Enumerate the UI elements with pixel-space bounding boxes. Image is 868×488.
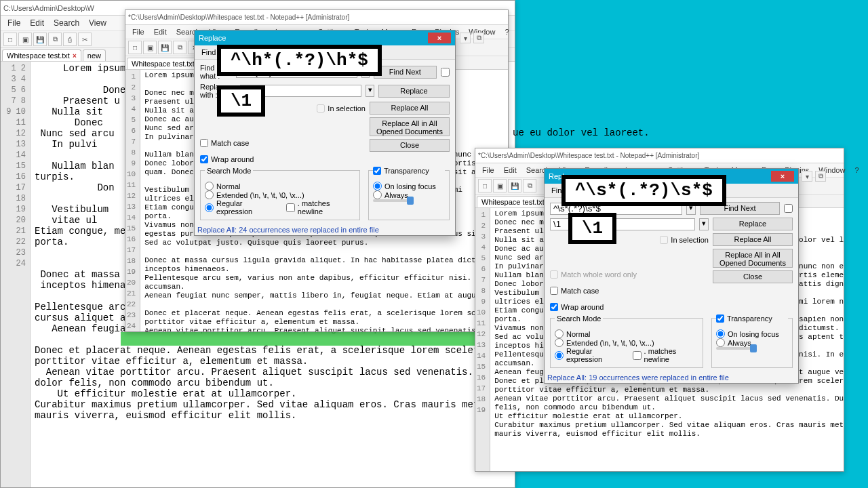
dialog-titlebar[interactable]: Replace × xyxy=(195,30,455,45)
radio-normal[interactable]: Normal xyxy=(555,329,698,338)
menu-?[interactable]: ? xyxy=(850,165,863,176)
line-gutter: 1 2 3 4 5 6 7 8 9 10 11 12 13 14 15 16 1… xyxy=(1,62,31,487)
dropdown-icon[interactable]: ▾ xyxy=(699,218,709,230)
transparency-check[interactable]: Transparency xyxy=(716,314,788,323)
dialog-ext-icons: ▾ ⧉ xyxy=(802,171,826,182)
menu-file[interactable]: File xyxy=(478,165,498,176)
open-file-icon[interactable]: ▣ xyxy=(143,41,157,54)
close-button[interactable]: Close xyxy=(713,270,793,283)
line-gutter: 1 2 3 4 5 6 7 8 9 10 11 12 13 14 15 16 1… xyxy=(475,208,490,471)
save-all-icon[interactable]: ⧉ xyxy=(523,179,536,192)
radio-normal[interactable]: Normal xyxy=(205,182,355,190)
match-case-check[interactable]: Match case xyxy=(200,139,254,147)
replace-all-button[interactable]: Replace All xyxy=(713,233,793,246)
replace-button[interactable]: Replace xyxy=(378,85,450,98)
save-icon[interactable]: 💾 xyxy=(158,41,172,54)
menu-file[interactable]: File xyxy=(128,26,149,37)
status-message: Replace All: 24 occurrences were replace… xyxy=(195,224,455,235)
radio-extended[interactable]: Extended (\n, \r, \t, \0, \x...) xyxy=(555,338,698,347)
titlebar: *C:\Users\Admin\Desktop\Whitespace test.… xyxy=(125,10,508,25)
print-icon[interactable]: ⎙ xyxy=(63,33,77,46)
radio-on-losing-focus[interactable]: On losing focus xyxy=(373,182,445,190)
replace-all-opened-button[interactable]: Replace All in All Opened Documents xyxy=(370,117,450,136)
in-selection-check[interactable]: In selection xyxy=(317,104,366,113)
search-mode-label: Search Mode xyxy=(205,167,253,175)
radio-regex[interactable]: Regular expression . matches newline xyxy=(205,199,355,216)
highlight-strip xyxy=(121,332,505,346)
open-file-icon[interactable]: ▣ xyxy=(18,33,32,46)
radio-extended[interactable]: Extended (\n, \r, \t, \0, \x...) xyxy=(205,190,355,199)
text-fragment: ue eu dolor vel laoreet. xyxy=(513,127,650,138)
expand-icon[interactable]: ▾ xyxy=(460,33,471,43)
radio-regex[interactable]: Regular expression . matches newline xyxy=(555,347,698,363)
replace-all-opened-button[interactable]: Replace All in All Opened Documents xyxy=(713,249,793,268)
replace-button[interactable]: Replace xyxy=(713,218,793,230)
new-file-icon[interactable]: □ xyxy=(3,33,17,46)
find-next-button[interactable]: Find Next xyxy=(374,66,437,79)
find-next-toggle[interactable] xyxy=(784,204,793,213)
close-icon[interactable]: × xyxy=(771,171,794,182)
line-gutter: 1 2 3 4 5 6 7 8 9 10 11 12 13 14 15 16 1… xyxy=(125,70,140,331)
menu-edit[interactable]: Edit xyxy=(500,165,521,176)
wrap-around-check[interactable]: Wrap around xyxy=(200,155,254,163)
menu-search[interactable]: Search xyxy=(50,17,83,29)
tab-label: Whitespace test.txt xyxy=(7,52,70,60)
matches-newline-check[interactable] xyxy=(286,203,295,212)
cut-icon[interactable]: ✂ xyxy=(78,33,92,46)
new-file-icon[interactable]: □ xyxy=(128,41,142,54)
pin-icon[interactable]: ⧉ xyxy=(473,33,484,43)
menu-edit[interactable]: Edit xyxy=(26,17,48,29)
tab-new[interactable]: new xyxy=(83,49,106,61)
menu-view[interactable]: View xyxy=(85,17,111,29)
radio-on-losing-focus[interactable]: On losing focus xyxy=(716,329,788,338)
wrap-around-check[interactable]: Wrap around xyxy=(550,303,637,311)
dialog-ext-icons: ▾ ⧉ xyxy=(460,33,484,43)
save-all-icon[interactable]: ⧉ xyxy=(48,33,62,46)
save-all-icon[interactable]: ⧉ xyxy=(173,41,186,54)
tab-whitespace[interactable]: Whitespace test.txt × xyxy=(2,49,81,61)
expand-icon[interactable]: ▾ xyxy=(802,171,812,182)
open-file-icon[interactable]: ▣ xyxy=(493,179,507,192)
pin-icon[interactable]: ⧉ xyxy=(815,171,826,182)
tab-label: Whitespace test.txt xyxy=(132,60,195,68)
replace-all-button[interactable]: Replace All xyxy=(370,102,450,115)
tab-label: Whitespace test.txt xyxy=(481,198,545,206)
matches-newline-check[interactable] xyxy=(633,351,642,360)
path-label: *C:\Users\Admin\Desktop\Whitespace test.… xyxy=(478,152,699,159)
menu-file[interactable]: File xyxy=(3,17,24,29)
tab-label: new xyxy=(87,52,101,60)
path-label: C:\Users\Admin\Desktop\W xyxy=(3,4,94,12)
find-overlay-mid: ^\h*(.*?)\h*$ xyxy=(217,45,382,76)
transparency-check[interactable]: Transparency xyxy=(373,167,445,175)
find-overlay-right: ^\s*(.*?)\s*$ xyxy=(561,175,726,206)
transparency-slider[interactable] xyxy=(716,347,757,350)
save-icon[interactable]: 💾 xyxy=(33,33,47,46)
path-label: *C:\Users\Admin\Desktop\Whitespace test.… xyxy=(128,14,349,21)
new-file-icon[interactable]: □ xyxy=(478,179,492,192)
menu-edit[interactable]: Edit xyxy=(150,26,171,37)
close-button[interactable]: Close xyxy=(370,139,450,152)
search-mode-label: Search Mode xyxy=(555,314,603,323)
transparency-slider[interactable] xyxy=(373,199,414,202)
menu-?[interactable]: ? xyxy=(500,26,513,37)
match-case-check[interactable]: Match case xyxy=(550,287,637,295)
dialog-title: Replace xyxy=(199,34,226,42)
match-whole-word-check: Match whole word only xyxy=(550,270,637,279)
find-next-toggle[interactable] xyxy=(441,68,450,77)
replace-overlay-right: \1 xyxy=(568,213,616,244)
status-message: Replace All: 19 occurrences were replace… xyxy=(545,372,798,383)
close-icon[interactable]: × xyxy=(428,33,451,43)
replace-overlay-mid: \1 xyxy=(217,85,265,117)
save-icon[interactable]: 💾 xyxy=(508,179,521,192)
dropdown-icon[interactable]: ▾ xyxy=(366,85,374,97)
close-icon[interactable]: × xyxy=(73,52,77,60)
in-selection-check[interactable]: In selection xyxy=(660,236,709,244)
titlebar: *C:\Users\Admin\Desktop\Whitespace test.… xyxy=(475,148,844,163)
